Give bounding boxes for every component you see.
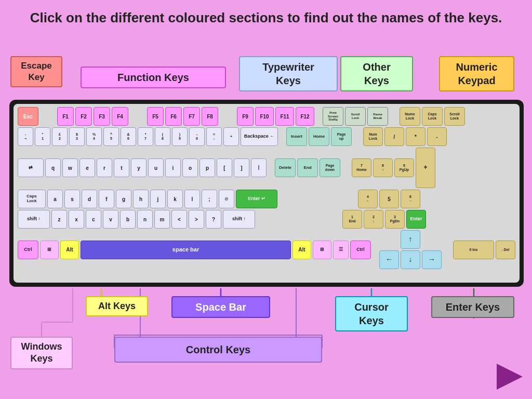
key-numpad-enter[interactable]: Enter bbox=[406, 210, 426, 229]
key-numpad-dot[interactable]: . Del bbox=[496, 241, 515, 259]
key-f9[interactable]: F9 bbox=[237, 107, 254, 126]
label-control[interactable]: Control Keys bbox=[114, 337, 322, 363]
key-f1[interactable]: F1 bbox=[57, 107, 74, 126]
key-pause[interactable]: PauseBreak bbox=[367, 107, 388, 126]
key-esc[interactable]: Esc bbox=[18, 107, 38, 126]
key-u[interactable]: u bbox=[148, 158, 164, 177]
key-equals[interactable]: + bbox=[223, 127, 239, 146]
key-enter[interactable]: Enter ↵ bbox=[236, 190, 277, 208]
key-period[interactable]: > bbox=[189, 210, 204, 229]
key-b[interactable]: b bbox=[120, 210, 136, 229]
label-escape[interactable]: Escape Key bbox=[10, 56, 62, 87]
key-g[interactable]: g bbox=[116, 190, 131, 208]
key-numpad-sub[interactable]: - bbox=[427, 127, 447, 146]
key-numpad-plus[interactable]: + bbox=[416, 148, 435, 188]
key-i[interactable]: i bbox=[165, 158, 181, 177]
label-alt[interactable]: Alt Keys bbox=[86, 296, 148, 316]
key-numpad-7[interactable]: 7Home bbox=[352, 158, 371, 177]
key-f10[interactable]: F10 bbox=[255, 107, 274, 126]
key-f4[interactable]: F4 bbox=[112, 107, 128, 126]
key-r[interactable]: r bbox=[97, 158, 112, 177]
label-enter[interactable]: Enter Keys bbox=[431, 296, 514, 318]
key-comma[interactable]: < bbox=[171, 210, 187, 229]
key-scrolllock-ind[interactable]: ScrollLock bbox=[444, 107, 465, 126]
key-1[interactable]: "1 bbox=[35, 127, 50, 146]
label-function[interactable]: Function Keys bbox=[81, 66, 226, 88]
key-tab[interactable]: ⇄ bbox=[18, 158, 44, 177]
key-numpad-9[interactable]: 9PgUp bbox=[394, 158, 414, 177]
key-numpad-4[interactable]: 4← bbox=[358, 190, 378, 208]
key-rbracket[interactable]: ] bbox=[234, 158, 249, 177]
key-numpad-6[interactable]: 6→ bbox=[401, 190, 420, 208]
key-backspace[interactable]: Backspace ← bbox=[241, 127, 278, 146]
key-ctrl-right[interactable]: Ctrl bbox=[350, 241, 371, 259]
key-f7[interactable]: F7 bbox=[183, 107, 200, 126]
key-h[interactable]: h bbox=[133, 190, 149, 208]
key-l[interactable]: l bbox=[184, 190, 200, 208]
key-2[interactable]: £2 bbox=[52, 127, 68, 146]
key-x[interactable]: x bbox=[69, 210, 84, 229]
key-f11[interactable]: F11 bbox=[275, 107, 294, 126]
key-space[interactable]: space bar bbox=[81, 241, 291, 259]
key-f6[interactable]: F6 bbox=[165, 107, 182, 126]
key-quote[interactable]: @ bbox=[219, 190, 234, 208]
key-minus[interactable]: =- bbox=[206, 127, 222, 146]
key-scroll[interactable]: ScrollLock bbox=[345, 107, 366, 126]
key-y[interactable]: y bbox=[131, 158, 147, 177]
key-f5[interactable]: F5 bbox=[147, 107, 164, 126]
label-typewriter[interactable]: Typewriter Keys bbox=[239, 56, 338, 91]
key-arrow-right[interactable]: → bbox=[422, 250, 442, 269]
key-prtscr[interactable]: PrintScreenStsRq bbox=[323, 107, 343, 126]
key-capslock-ind[interactable]: CapsLock bbox=[422, 107, 443, 126]
key-ctrl-left[interactable]: Ctrl bbox=[18, 241, 38, 259]
key-numpad-mul[interactable]: * bbox=[406, 127, 425, 146]
key-win-left[interactable]: ⊞ bbox=[40, 241, 59, 259]
key-numpad-0[interactable]: 0 Ins bbox=[453, 241, 494, 259]
key-numpad-3[interactable]: 3PgDn bbox=[385, 210, 405, 229]
key-alt-right[interactable]: Alt bbox=[292, 241, 311, 259]
key-delete[interactable]: Delete bbox=[275, 158, 296, 177]
key-t[interactable]: t bbox=[114, 158, 129, 177]
key-slash[interactable]: ? bbox=[206, 210, 221, 229]
key-7[interactable]: *7 bbox=[138, 127, 153, 146]
key-9[interactable]: )9 bbox=[172, 127, 188, 146]
key-n[interactable]: n bbox=[137, 210, 153, 229]
key-f8[interactable]: F8 bbox=[202, 107, 218, 126]
key-j[interactable]: j bbox=[150, 190, 166, 208]
key-k[interactable]: k bbox=[167, 190, 183, 208]
key-numpad-div[interactable]: / bbox=[384, 127, 404, 146]
label-cursor[interactable]: Cursor Keys bbox=[335, 296, 408, 331]
key-8[interactable]: (8 bbox=[155, 127, 170, 146]
key-f3[interactable]: F3 bbox=[94, 107, 110, 126]
key-insert[interactable]: Insert bbox=[286, 127, 307, 146]
key-end[interactable]: End bbox=[297, 158, 318, 177]
label-spacebar[interactable]: Space Bar bbox=[171, 296, 270, 318]
key-f[interactable]: f bbox=[99, 190, 114, 208]
key-pageup[interactable]: Pageup bbox=[331, 127, 352, 146]
key-v[interactable]: v bbox=[103, 210, 118, 229]
key-alt-left[interactable]: Alt bbox=[60, 241, 79, 259]
key-lbracket[interactable]: [ bbox=[217, 158, 232, 177]
key-w[interactable]: w bbox=[62, 158, 78, 177]
key-a[interactable]: a bbox=[47, 190, 63, 208]
key-semicolon[interactable]: ; bbox=[202, 190, 217, 208]
key-shift-right[interactable]: shift ↑ bbox=[223, 210, 255, 229]
key-numpad-2[interactable]: 2↓ bbox=[364, 210, 383, 229]
key-e[interactable]: e bbox=[79, 158, 95, 177]
key-f12[interactable]: F12 bbox=[296, 107, 314, 126]
key-backtick[interactable]: -¬ bbox=[18, 127, 33, 146]
key-6[interactable]: &6 bbox=[121, 127, 136, 146]
label-numeric[interactable]: Numeric Keypad bbox=[439, 56, 514, 91]
key-s[interactable]: s bbox=[64, 190, 80, 208]
key-home[interactable]: Home bbox=[309, 127, 329, 146]
key-numslock-ind[interactable]: NumsLock bbox=[400, 107, 420, 126]
key-backslash[interactable]: | bbox=[251, 158, 267, 177]
key-numpad-1[interactable]: 1End bbox=[342, 210, 362, 229]
key-4[interactable]: %4 bbox=[86, 127, 102, 146]
key-numpad-lock[interactable]: NumLock bbox=[363, 127, 383, 146]
key-numpad-8[interactable]: 8↑ bbox=[373, 158, 393, 177]
key-3[interactable]: $3 bbox=[69, 127, 85, 146]
key-d[interactable]: d bbox=[82, 190, 97, 208]
key-m[interactable]: m bbox=[154, 210, 170, 229]
key-f2[interactable]: F2 bbox=[75, 107, 92, 126]
